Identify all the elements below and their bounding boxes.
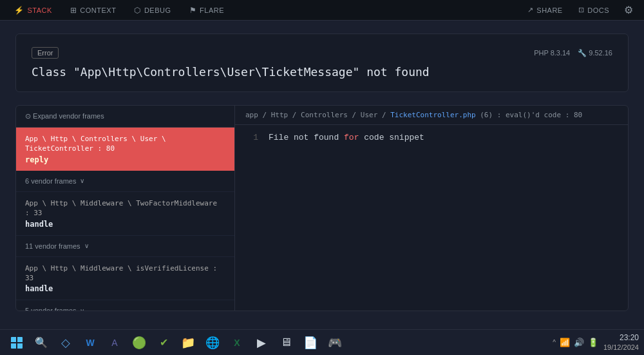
clock: 23:20 19/12/2024 [603, 333, 639, 352]
top-navigation: ⚡ STACK ⊞ CONTEXT ⬡ DEBUG ⚑ FLARE ↗ SHAR… [0, 0, 644, 21]
volume-icon: 🔊 [574, 338, 584, 347]
breadcrumb-path: app / Http / Controllers / User / [245, 111, 386, 119]
vendor-group-1-label: 6 vendor frames [25, 177, 76, 185]
taskbar-teams[interactable]: A [103, 331, 126, 354]
nav-label-debug: DEBUG [144, 6, 171, 14]
system-tray: ^ 📶 🔊 🔋 [553, 338, 598, 347]
nav-label-context: CONTEXT [80, 6, 116, 14]
windows-logo [11, 337, 23, 349]
nav-item-flare[interactable]: ⚑ FLARE [180, 0, 233, 21]
nav-item-stack[interactable]: ⚡ STACK [5, 0, 61, 21]
share-label: SHARE [536, 6, 562, 14]
php-version: PHP 8.3.14 [534, 49, 570, 57]
code-keyword: for [344, 133, 359, 142]
error-card-header: Error PHP 8.3.14 🔧 9.52.16 [32, 47, 612, 59]
code-breadcrumb: app / Http / Controllers / User / Ticket… [235, 106, 628, 125]
taskbar-notes[interactable]: 📄 [299, 331, 322, 354]
frames-panel: ⊙ Expand vendor frames App \ Http \ Cont… [15, 105, 629, 311]
line-number: 1 [245, 133, 258, 142]
flare-icon: ⚑ [189, 6, 197, 15]
nav-item-context[interactable]: ⊞ CONTEXT [61, 0, 126, 21]
taskbar-search[interactable]: 🔍 [30, 331, 53, 354]
breadcrumb-filename: TicketController.php [390, 111, 475, 119]
active-frame-method: reply [25, 155, 225, 164]
frame-2-class: App \ Http \ Middleware \ TwoFactorMiddl… [25, 198, 225, 218]
main-content: Error PHP 8.3.14 🔧 9.52.16 Class "App\Ht… [0, 21, 644, 329]
windows-start-button[interactable] [5, 331, 28, 354]
wifi-icon: 📶 [560, 338, 570, 347]
taskbar-excel[interactable]: X [225, 331, 249, 354]
notes-icon: 📄 [303, 336, 317, 350]
code-line: File not found for code snippet [269, 133, 424, 142]
frame-item-2[interactable]: App \ Http \ Middleware \ TwoFactorMiddl… [16, 192, 234, 236]
vendor-group-3-label: 5 vendor frames [25, 307, 76, 311]
error-meta: PHP 8.3.14 🔧 9.52.16 [534, 49, 612, 57]
chevron-down-icon-2: ∨ [84, 242, 89, 249]
nav-label-stack: STACK [28, 6, 52, 14]
taskbar-app5[interactable]: 🟢 [128, 331, 151, 354]
vendor-group-2[interactable]: 11 vendor frames ∨ [16, 236, 234, 257]
gear-icon: ⚙ [624, 4, 633, 16]
chrome-icon: 🌐 [205, 336, 220, 350]
code-suffix: code snippet [359, 133, 424, 142]
word-icon: W [86, 338, 94, 348]
nav-right: ↗ SHARE ⊡ DOCS ⚙ [521, 0, 639, 21]
expand-vendor-button[interactable]: ⊙ Expand vendor frames [16, 106, 234, 128]
taskbar-game[interactable]: 🎮 [323, 331, 346, 354]
taskbar-explorer[interactable]: 📁 [176, 331, 200, 354]
settings-button[interactable]: ⚙ [618, 0, 639, 21]
search-icon: 🔍 [35, 336, 48, 349]
app5-icon: 🟢 [132, 336, 146, 350]
docs-button[interactable]: ⊡ DOCS [572, 0, 616, 21]
expand-vendor-label: ⊙ Expand vendor frames [25, 112, 104, 120]
taskbar-terminal[interactable]: 🖥 [274, 331, 298, 354]
taskbar-media[interactable]: ▶ [250, 331, 273, 354]
code-prefix: File not found [269, 133, 344, 142]
taskbar-vscode[interactable]: ◇ [54, 331, 77, 354]
frame-item-3[interactable]: App \ Http \ Middleware \ isVerifiedLice… [16, 257, 234, 301]
terminal-icon: 🖥 [280, 336, 292, 349]
frame-3-method: handle [25, 284, 225, 293]
debug-icon: ⬡ [134, 6, 141, 15]
taskbar: 🔍 ◇ W A 🟢 ✔ 📁 🌐 X ▶ 🖥 [0, 329, 644, 355]
docs-icon: ⊡ [578, 6, 585, 14]
frames-sidebar: ⊙ Expand vendor frames App \ Http \ Cont… [16, 106, 235, 311]
error-card: Error PHP 8.3.14 🔧 9.52.16 Class "App\Ht… [15, 34, 629, 92]
vscode-icon: ◇ [61, 336, 70, 350]
taskbar-chrome[interactable]: 🌐 [201, 331, 224, 354]
excel-icon: X [234, 338, 240, 348]
nav-item-debug[interactable]: ⬡ DEBUG [125, 0, 180, 21]
active-frame-item[interactable]: App \ Http \ Controllers \ User \ Ticket… [16, 128, 234, 171]
taskbar-app6[interactable]: ✔ [152, 331, 175, 354]
vendor-group-2-label: 11 vendor frames [25, 242, 80, 250]
taskbar-left: 🔍 ◇ W A 🟢 ✔ 📁 🌐 X ▶ 🖥 [5, 331, 346, 354]
taskbar-word[interactable]: W [79, 331, 102, 354]
frame-2-method: handle [25, 220, 225, 229]
media-icon: ▶ [257, 336, 266, 350]
error-badge: Error [32, 47, 59, 59]
clock-time: 23:20 [603, 333, 639, 343]
docs-label: DOCS [587, 6, 609, 14]
error-message: Class "App\Http\Controllers\User\TicketM… [32, 65, 612, 79]
nav-left: ⚡ STACK ⊞ CONTEXT ⬡ DEBUG ⚑ FLARE [5, 0, 521, 21]
app6-icon: ✔ [160, 336, 168, 349]
share-button[interactable]: ↗ SHARE [521, 0, 569, 21]
code-body: 1 File not found for code snippet [235, 125, 628, 311]
vendor-group-3[interactable]: 5 vendor frames ∨ [16, 300, 234, 311]
teams-icon: A [111, 338, 117, 348]
code-panel: app / Http / Controllers / User / Ticket… [235, 106, 628, 311]
share-icon: ↗ [527, 6, 534, 14]
active-frame-class: App \ Http \ Controllers \ User \ Ticket… [25, 134, 225, 154]
frame-3-class: App \ Http \ Middleware \ isVerifiedLice… [25, 264, 225, 283]
explorer-icon: 📁 [181, 336, 195, 350]
nav-label-flare: FLARE [200, 6, 224, 14]
context-icon: ⊞ [70, 6, 77, 15]
chevron-down-icon: ∨ [80, 177, 84, 184]
vendor-group-1[interactable]: 6 vendor frames ∨ [16, 171, 234, 192]
chevron-down-icon-3: ∨ [80, 307, 84, 311]
battery-icon: 🔋 [588, 338, 598, 347]
ignition-version: 🔧 9.52.16 [578, 49, 612, 57]
game-icon: 🎮 [328, 336, 342, 350]
tray-chevron[interactable]: ^ [553, 339, 556, 346]
breadcrumb-line: (6) : eval()'d code : 80 [480, 111, 582, 119]
